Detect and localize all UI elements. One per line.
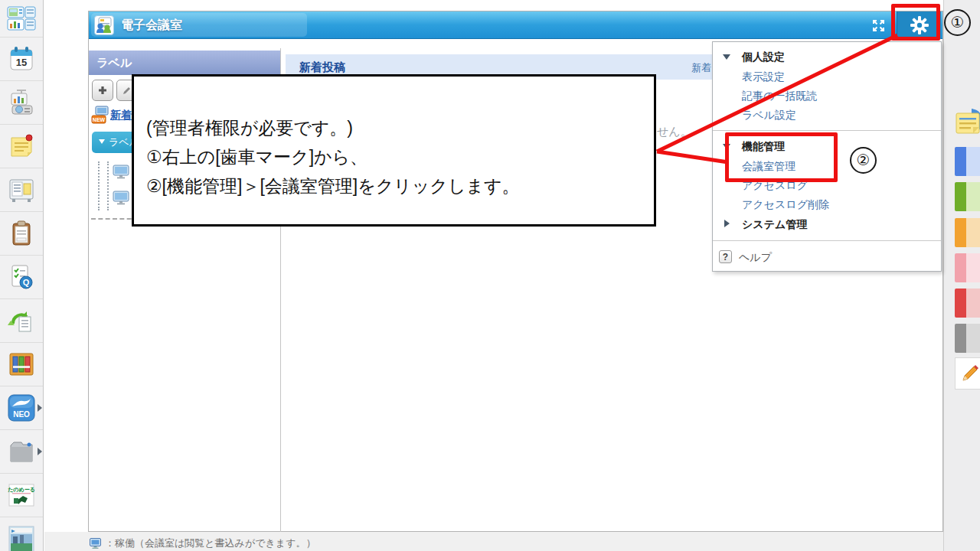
sticky-note-icon <box>6 131 37 161</box>
tree-guide-line <box>107 161 109 210</box>
folder-icon <box>6 436 37 467</box>
menu-item-conference-room-management[interactable]: 会議室管理 <box>713 157 941 176</box>
window-title: 電子会議室 <box>121 11 182 39</box>
pencil-icon <box>122 85 132 96</box>
tanomail-label: たのめーる <box>8 487 35 493</box>
chevron-right-icon[interactable] <box>38 448 42 455</box>
new-badge-label: NEW <box>93 117 106 122</box>
note-line: ①右上の[歯車マーク]から、 <box>146 142 654 171</box>
menu-item-display-settings[interactable]: 表示設定 <box>713 67 941 86</box>
triangle-right-icon <box>724 220 730 227</box>
sidebar-item-folder[interactable] <box>0 430 43 474</box>
add-label-button[interactable] <box>92 80 113 101</box>
plus-icon <box>97 85 108 96</box>
sidebar-item-document[interactable] <box>0 212 43 256</box>
triangle-down-icon <box>99 139 105 144</box>
menu-section-label: システム管理 <box>742 218 807 230</box>
label-tree-item[interactable] <box>113 165 129 182</box>
help-icon: ? <box>719 250 732 263</box>
note-icon[interactable] <box>955 104 980 144</box>
sidebar-item-tanomail[interactable]: たのめーる <box>0 474 43 517</box>
label-gray-icon[interactable] <box>955 324 980 353</box>
portal-icon <box>6 3 37 34</box>
sidebar-item-facility-reservation[interactable] <box>0 81 43 125</box>
settings-dropdown-menu: 個人設定 表示設定 記事の一括既読 ラベル設定 機能管理 会議室管理 アクセスロ… <box>712 41 942 272</box>
menu-section-label: 機能管理 <box>742 140 785 152</box>
label-panel-header: ラベル <box>89 51 280 75</box>
menu-section-function-management[interactable]: 機能管理 <box>713 136 941 157</box>
projector-icon <box>6 87 37 118</box>
bulletin-board-icon <box>6 174 37 205</box>
settings-gear-button[interactable] <box>897 11 941 39</box>
menu-section-personal-settings[interactable]: 個人設定 <box>713 47 941 67</box>
bookshelf-icon <box>6 349 37 380</box>
menu-section-label: 個人設定 <box>742 51 785 63</box>
menu-item-access-log-delete[interactable]: アクセスログ削除 <box>713 195 941 214</box>
svg-text:Q: Q <box>23 278 30 287</box>
sidebar-item-banner[interactable] <box>0 517 43 551</box>
room-monitor-icon <box>113 165 129 179</box>
chevron-right-icon[interactable] <box>38 404 42 412</box>
sidebar-item-neo[interactable]: NEO <box>0 386 43 430</box>
app-sidebar: 15 <box>0 0 44 551</box>
step-2-marker: ② <box>850 147 877 174</box>
pencil-icon[interactable] <box>955 357 980 390</box>
step-1-marker: ① <box>944 9 971 36</box>
sidebar-item-cabinet[interactable] <box>0 343 43 386</box>
menu-divider <box>713 240 941 241</box>
label-red-icon[interactable] <box>955 289 980 318</box>
empty-message-fragment: せん。 <box>657 125 692 139</box>
calendar-icon: 15 <box>6 44 37 74</box>
status-legend: ：稼働（会議室は閲覧と書込みができます。） <box>90 536 315 550</box>
menu-help-label: ヘルプ <box>739 251 772 263</box>
menu-item-help[interactable]: ? ヘルプ <box>713 246 941 268</box>
sidebar-item-workflow[interactable] <box>0 299 43 343</box>
tanomail-icon: たのめーる <box>6 480 37 510</box>
calendar-day-label: 15 <box>16 57 27 68</box>
room-monitor-icon <box>113 191 129 205</box>
neo-label: NEO <box>13 410 30 419</box>
triangle-down-icon <box>723 54 730 60</box>
menu-item-access-log[interactable]: アクセスログ <box>713 176 941 195</box>
sidebar-item-memo[interactable] <box>0 125 43 168</box>
workflow-icon <box>6 305 37 336</box>
annotation-note-box: (管理者権限が必要です。) ①右上の[歯車マーク]から、 ②[機能管理]＞[会議… <box>132 74 656 227</box>
heading-right-link-fragment[interactable]: 新着 <box>691 61 711 75</box>
right-icon-strip <box>943 0 980 551</box>
fullscreen-button[interactable] <box>861 11 895 39</box>
menu-divider <box>713 130 941 131</box>
sidebar-item-portal[interactable] <box>0 0 43 37</box>
survey-icon: Q <box>6 262 37 292</box>
window-header: 電子会議室 <box>89 11 942 39</box>
note-line: (管理者権限が必要です。) <box>146 113 654 142</box>
menu-section-system-management[interactable]: システム管理 <box>713 214 941 235</box>
gear-icon <box>910 15 929 35</box>
label-pink-icon[interactable] <box>955 253 980 282</box>
neo-app-icon: NEO <box>7 393 36 422</box>
legend-text: ：稼働（会議室は閲覧と書込みができます。） <box>105 536 315 550</box>
label-tree-item[interactable] <box>113 191 129 208</box>
tree-guide-line <box>98 161 100 210</box>
sidebar-item-bulletin-board[interactable] <box>0 168 43 212</box>
triangle-down-icon <box>723 144 730 149</box>
note-line: ②[機能管理]＞[会議室管理]をクリックします。 <box>146 171 654 201</box>
expand-arrows-icon <box>871 18 886 33</box>
new-posts-link[interactable]: 新着 <box>110 109 132 122</box>
label-blue-icon[interactable] <box>955 147 980 176</box>
menu-item-label-settings[interactable]: ラベル設定 <box>713 106 941 125</box>
sidebar-item-survey[interactable]: Q <box>0 256 43 299</box>
sidebar-item-schedule[interactable]: 15 <box>0 37 43 81</box>
menu-item-mark-all-read[interactable]: 記事の一括既読 <box>713 86 941 106</box>
clipboard-icon <box>6 218 37 249</box>
label-orange-icon[interactable] <box>955 218 980 247</box>
new-posts-icon[interactable]: NEW <box>91 106 109 127</box>
label-green-icon[interactable] <box>955 182 980 211</box>
active-room-icon <box>90 538 101 549</box>
conference-room-app-icon <box>94 15 114 35</box>
banner-icon <box>6 523 37 551</box>
